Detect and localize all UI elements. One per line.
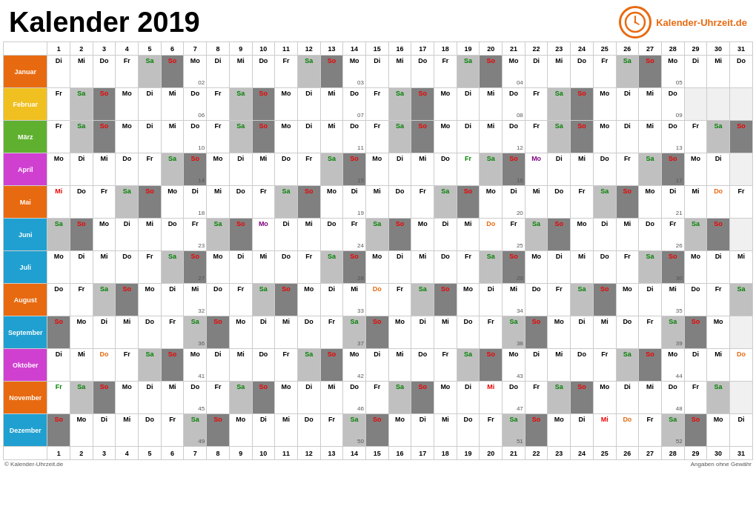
day-cell: Mo: [639, 186, 662, 219]
day-cell: So: [47, 316, 70, 349]
day-cell: Do: [616, 316, 639, 349]
day-num-19: 19: [457, 447, 480, 460]
day-cell: Mi: [320, 382, 343, 414]
day-cell: Do07: [343, 88, 366, 121]
day-cell: Mi: [593, 414, 616, 447]
day-num-17: 17: [411, 42, 434, 56]
day-cell: Sa: [434, 186, 457, 219]
day-cell: Mi: [365, 186, 388, 219]
week-number: 13: [676, 144, 683, 151]
day-cell: So: [161, 349, 184, 382]
day-cell: Do47: [503, 382, 525, 414]
day-num-13: 13: [320, 42, 343, 56]
day-cell: So28: [343, 251, 366, 284]
day-cell: Fr: [139, 153, 162, 186]
day-cell: Mo: [116, 88, 139, 121]
day-cell: Fr25: [503, 219, 525, 251]
week-number: 16: [517, 177, 523, 184]
day-cell: [729, 219, 752, 251]
day-cell: Di: [365, 349, 388, 382]
day-num-20: 20: [480, 447, 503, 460]
day-cell: Di: [457, 382, 480, 414]
day-cell: Sa: [229, 382, 252, 414]
day-cell: Sa: [320, 153, 343, 186]
day-num-5: 5: [139, 42, 162, 56]
day-cell: Di: [207, 349, 230, 382]
month-label-april: April: [4, 153, 47, 186]
day-cell: Mo: [434, 121, 457, 153]
day-cell: Di: [616, 121, 639, 153]
week-number: 19: [357, 210, 364, 216]
day-cell: Do: [684, 284, 707, 316]
week-number: 10: [198, 144, 205, 151]
day-cell: Do: [93, 56, 116, 88]
day-cell: Sa: [457, 349, 480, 382]
day-cell: Sa: [729, 284, 752, 316]
day-cell: So: [93, 382, 116, 414]
day-cell: Di: [571, 316, 594, 349]
day-cell: Fr: [207, 382, 230, 414]
day-num-31: 31: [729, 447, 752, 460]
day-cell: Do: [70, 186, 93, 219]
day-cell: Fr: [297, 251, 320, 284]
day-num-11: 11: [275, 447, 298, 460]
day-cell: Mo: [593, 121, 616, 153]
week-number: 09: [676, 112, 683, 119]
day-cell: Mi: [93, 153, 116, 186]
day-cell: Di: [275, 219, 298, 251]
day-cell: Mo: [70, 414, 93, 447]
day-num-2: 2: [70, 447, 93, 460]
month-col-footer: [4, 447, 47, 460]
day-cell: Di: [70, 251, 93, 284]
day-cell: Mo: [525, 251, 548, 284]
day-cell: Sa: [70, 121, 93, 153]
day-cell: So: [93, 88, 116, 121]
day-cell: Sa: [571, 284, 594, 316]
day-cell: Sa: [229, 88, 252, 121]
day-cell: Sa: [207, 219, 230, 251]
month-col-header: [4, 42, 47, 56]
week-number: 43: [517, 373, 523, 379]
day-cell: Mi: [388, 349, 411, 382]
day-num-18: 18: [434, 447, 457, 460]
day-cell: Di: [457, 121, 480, 153]
day-cell: Mi: [411, 251, 434, 284]
day-cell: Sa: [388, 88, 411, 121]
day-cell: [729, 382, 752, 414]
day-cell: So: [93, 121, 116, 153]
day-cell: Di: [480, 284, 503, 316]
day-cell: Sa50: [343, 414, 366, 447]
month-row-juli: JuliMoDiMiDoFrSaSo27MoDiMiDoFrSaSo28MoDi…: [4, 251, 753, 284]
day-cell: Do: [297, 316, 320, 349]
day-cell: Mi: [275, 414, 298, 447]
day-cell: So: [116, 284, 139, 316]
day-cell: Di: [548, 153, 571, 186]
day-cell: Mi: [116, 316, 139, 349]
day-cell: Mi: [229, 349, 252, 382]
day-cell: So: [548, 219, 571, 251]
day-cell: Do: [365, 284, 388, 316]
day-cell: So: [480, 349, 503, 382]
day-cell: Fr: [297, 153, 320, 186]
day-cell: Mi: [639, 382, 662, 414]
day-cell: Fr: [480, 414, 503, 447]
day-cell: Di: [684, 349, 707, 382]
week-number: 51: [517, 438, 523, 445]
day-cell: Fr23: [184, 219, 207, 251]
day-num-22: 22: [525, 42, 548, 56]
day-cell: Do11: [343, 121, 366, 153]
day-cell: Di: [116, 219, 139, 251]
day-cell: Fr: [161, 414, 184, 447]
day-cell: Sa: [47, 219, 70, 251]
day-num-28: 28: [661, 42, 684, 56]
day-cell: Sa38: [503, 316, 525, 349]
day-cell: Sa: [707, 382, 730, 414]
day-cell: Fr: [525, 121, 548, 153]
day-num-17: 17: [411, 447, 434, 460]
day-cell: Mi: [707, 349, 730, 382]
day-num-28: 28: [661, 447, 684, 460]
day-cell: Mi: [229, 56, 252, 88]
day-num-24: 24: [571, 42, 594, 56]
week-number: 50: [357, 438, 364, 445]
day-cell: Sa: [297, 349, 320, 382]
